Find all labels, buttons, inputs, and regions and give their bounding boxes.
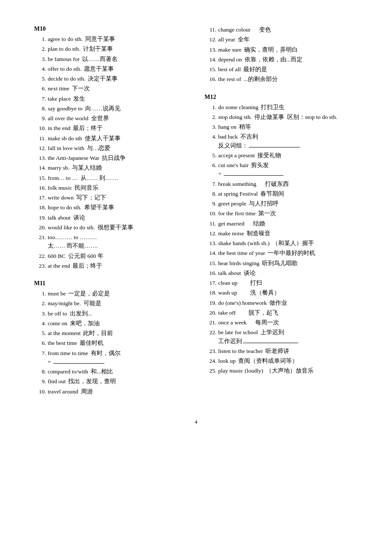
m11-cont-list: 11.change colour变色 12.all year全年 13.make… [205, 26, 358, 85]
list-item: 4.come on来吧，加油 [34, 319, 187, 328]
m10-list: 1.agree to do sth.同意干某事 2.plan to do sth… [34, 35, 187, 272]
list-item: 2. stop doing sth.停止做某事 区别：stop to do st… [205, 113, 358, 121]
m12-list: 1.do some cleaning打扫卫生 2. stop doing sth… [205, 103, 358, 377]
list-item: 14.depend on依靠，依赖，由...而定 [205, 55, 358, 64]
list-item: 3.be off to出发到... [34, 309, 187, 318]
list-item: 3.be famous for以……而著名 [34, 55, 187, 64]
list-item: 20.would like to do sth.很想要干某事 [34, 223, 187, 232]
right-column: 11.change colour变色 12.all year全年 13.make… [205, 26, 358, 406]
left-column: M10 1.agree to do sth.同意干某事 2.plan to do… [34, 26, 187, 406]
list-item: 5.decide to do sth.决定干某事 [34, 75, 187, 83]
list-item: 11.change colour变色 [205, 26, 358, 34]
list-item: 16.talk about谈论 [205, 269, 358, 278]
list-item: 17.write down写下；记下 [34, 194, 187, 202]
list-item: 1.must be一定是，必定是 [34, 289, 187, 298]
list-item: 6.next time下一次 [34, 84, 187, 93]
list-item: 12.make noise制造噪音 [205, 229, 358, 238]
list-item: 5.accept a present接受礼物 [205, 151, 358, 160]
list-item: 8.say goodbye to向……说再见 [34, 104, 187, 113]
list-item: 14. the best time of year一年中最好的时机 [205, 249, 358, 257]
list-item: 19.talk about谈论 [34, 214, 187, 222]
list-item: 19.do (one's) homework做作业 [205, 299, 358, 307]
list-item: 1.agree to do sth.同意干某事 [34, 35, 187, 43]
list-item: 16.the rest of...的剩余部分 [205, 75, 358, 84]
list-item: 13.make sure确实，查明，弄明白 [205, 46, 358, 54]
list-item: 22.600 BC公元前 600 年 [34, 252, 187, 260]
list-item: 2.plan to do sth.计划干某事 [34, 45, 187, 53]
list-item: 15.best of all最好的是 [205, 65, 358, 74]
list-item: 11.get married结婚 [205, 220, 358, 228]
list-item: 25.play music (loudly)（大声地）放音乐 [205, 367, 358, 375]
list-item: 17.clean up打扫 [205, 279, 358, 287]
list-item: 20.take off脱下，起飞 [205, 309, 358, 317]
list-item: 9.all over the world全世界 [34, 114, 187, 123]
list-item: 1.do some cleaning打扫卫生 [205, 103, 358, 112]
list-item: 4.offer to do sth.愿意干某事 [34, 65, 187, 73]
list-item: 10.travel around周游 [34, 387, 187, 396]
list-item: 14.marry sb.与某人结婚 [34, 164, 187, 172]
list-item: 13.the Anti-Japanese War抗日战争 [34, 154, 187, 162]
list-item: 7.break something打破东西 [205, 180, 358, 188]
list-item: 6. cut one's hair剪头发 = [205, 161, 358, 179]
page-number: 4 [34, 419, 358, 425]
list-item: 9.find out找出，发现，查明 [34, 377, 187, 386]
list-item: 15.hear birds singing听到鸟儿唱歌 [205, 259, 358, 268]
list-item: 13.shake hands (with sb.)（和某人）握手 [205, 239, 358, 248]
list-item: 18.wash up洗（餐具） [205, 289, 358, 297]
list-item: 6.the best time最佳时机 [34, 339, 187, 347]
list-item: 16.folk music民间音乐 [34, 184, 187, 192]
list-item: 18.hope to do sth.希望干某事 [34, 203, 187, 212]
section-title-m12: M12 [205, 94, 358, 101]
list-item: 8.compared to/with和...相比 [34, 367, 187, 376]
page-container: M10 1.agree to do sth.同意干某事 2.plan to do… [34, 26, 358, 406]
list-item: 3.hang on稍等 [205, 123, 358, 131]
list-item: 5.at the moment此时，目前 [34, 329, 187, 338]
list-item: 15.from… to …从…… 到……. [34, 174, 187, 182]
list-item: 10.for the first time第一次 [205, 209, 358, 218]
section-title-m10: M10 [34, 26, 187, 32]
list-item: 21.once a week每周一次 [205, 318, 358, 327]
list-item: 11.make sb do sth使某人干某事 [34, 134, 187, 143]
list-item: 12.fall in love with与…恋爱 [34, 144, 187, 153]
list-item: 8.at spring Festival春节期间 [205, 190, 358, 198]
list-item: 4. bad luck不吉利 反义词组： [205, 133, 358, 150]
list-item: 10.in the end最后；终于 [34, 124, 187, 133]
list-item: 23.listen to the teacher听老师讲 [205, 347, 358, 356]
list-item: 12.all year全年 [205, 35, 358, 44]
list-item: 22. be late for school上学迟到 工作迟到 [205, 328, 358, 346]
list-item: 2.may/might be.可能是 [34, 299, 187, 308]
list-item: 9.greet people与人打招呼 [205, 199, 358, 208]
list-item: 23.at the end最后；终于 [34, 262, 187, 270]
m11-list: 1.must be一定是，必定是 2.may/might be.可能是 3.be… [34, 289, 187, 397]
list-item: 24.look up查阅（资料或单词等） [205, 357, 358, 365]
list-item: 7.take place发生 [34, 95, 187, 103]
section-title-m11: M11 [34, 280, 187, 287]
list-item: 7. from time to time有时，偶尔 = [34, 349, 187, 367]
list-item: 21. too……… to ……… 太…… 而不能……. [34, 233, 187, 251]
